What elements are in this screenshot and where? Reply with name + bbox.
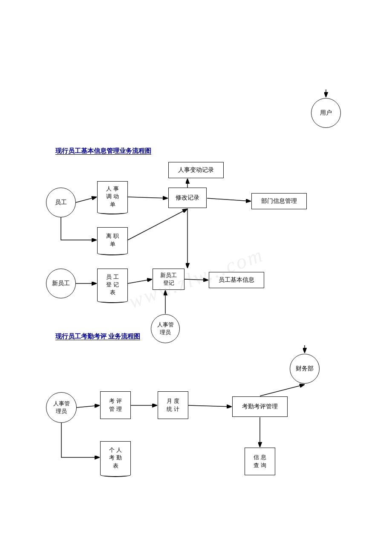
svg-line-6 bbox=[207, 198, 251, 201]
section2-title: 现行员工考勤考评 业务流程图 bbox=[55, 332, 268, 341]
svg-line-2 bbox=[76, 197, 97, 202]
finance-dept-circle: 财务部 bbox=[290, 354, 320, 384]
svg-line-3 bbox=[128, 197, 168, 198]
svg-line-10 bbox=[184, 279, 208, 280]
section1-title: 现行员工基本信息管理业务流程图 bbox=[55, 147, 268, 155]
attendance-mgmt-rect: 考勤考评管理 bbox=[232, 396, 288, 417]
dept-info-rect: 部门信息管理 bbox=[251, 193, 307, 209]
personal-attendance-doc: 个 人 考 勤 表 bbox=[100, 441, 131, 474]
hr-admin2-circle: 人事管 理员 bbox=[46, 392, 77, 423]
user-label: 用户 bbox=[320, 109, 332, 117]
info-query-rect: 信 息 查 询 bbox=[245, 448, 275, 475]
hr-move-doc: 人 事 调 动 单 bbox=[97, 181, 128, 212]
new-emp-register-rect: 新员工 登记 bbox=[153, 269, 184, 290]
eval-mgmt-rect: 考 评 管 理 bbox=[100, 391, 131, 419]
svg-line-15 bbox=[188, 405, 232, 407]
user-circle: 用户 bbox=[311, 98, 341, 128]
monthly-stat-rect: 月 度 统 计 bbox=[158, 391, 188, 419]
svg-line-9 bbox=[128, 279, 152, 283]
emp-register-doc: 员 工 登 记 表 bbox=[97, 269, 128, 301]
svg-line-16 bbox=[260, 384, 305, 396]
modify-record-rect: 修改记录 bbox=[168, 188, 207, 208]
svg-line-4 bbox=[128, 209, 187, 240]
svg-line-13 bbox=[77, 405, 100, 408]
new-employee-circle: 新员工 bbox=[46, 269, 76, 298]
resign-doc: 离 职 单 bbox=[97, 227, 128, 253]
emp-basic-info-rect: 员工基本信息 bbox=[209, 272, 264, 288]
hr-change-record: 人事变动记录 bbox=[168, 162, 224, 178]
employee-circle: 员工 bbox=[46, 188, 76, 217]
